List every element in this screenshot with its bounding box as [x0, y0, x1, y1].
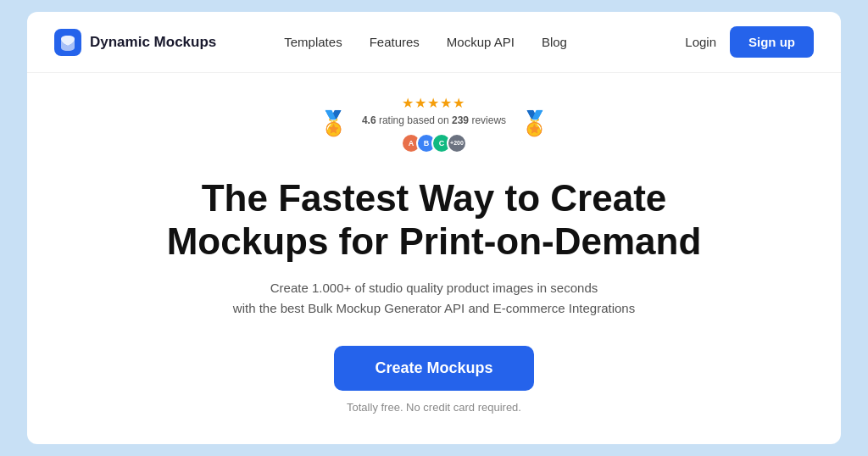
nav-templates[interactable]: Templates	[284, 35, 342, 49]
avatar-group: A B C +200	[401, 133, 467, 153]
nav-right: Login Sign up	[685, 26, 814, 58]
login-button[interactable]: Login	[685, 35, 716, 49]
logo-icon	[54, 29, 81, 56]
nav-features[interactable]: Features	[370, 35, 420, 49]
nav-blog[interactable]: Blog	[542, 35, 567, 49]
rating-label: rating based on	[376, 114, 452, 126]
rating-score: 4.6	[362, 114, 376, 126]
nav-links: Templates Features Mockup API Blog	[284, 35, 685, 49]
review-count: 239	[452, 114, 469, 126]
star-rating: ★★★★★	[402, 95, 465, 111]
hero-subtitle: Create 1.000+ of studio quality product …	[233, 278, 635, 319]
logo-text: Dynamic Mockups	[90, 34, 216, 51]
rating-text: 4.6 rating based on 239 reviews	[362, 114, 506, 126]
create-mockups-button[interactable]: Create Mockups	[334, 346, 533, 391]
signup-button[interactable]: Sign up	[730, 26, 814, 58]
reviews-suffix: reviews	[469, 114, 506, 126]
main-content: 🏅 ★★★★★ 4.6 rating based on 239 reviews …	[27, 73, 841, 444]
hero-subtitle-line1: Create 1.000+ of studio quality product …	[270, 281, 598, 295]
rating-badge: 🏅 ★★★★★ 4.6 rating based on 239 reviews …	[319, 95, 549, 153]
page-wrapper: Dynamic Mockups Templates Features Mocku…	[27, 12, 841, 444]
hero-subtitle-line2: with the best Bulk Mockup Generator API …	[233, 301, 635, 315]
nav-mockup-api[interactable]: Mockup API	[447, 35, 515, 49]
hero-title: The Fastest Way to Create Mockups for Pr…	[137, 177, 731, 263]
cta-note: Totally free. No credit card required.	[347, 401, 521, 414]
logo-link[interactable]: Dynamic Mockups	[54, 29, 216, 56]
avatar-more: +200	[447, 133, 467, 153]
navbar: Dynamic Mockups Templates Features Mocku…	[27, 12, 841, 73]
laurel-left-icon: 🏅	[319, 112, 348, 136]
rating-center: ★★★★★ 4.6 rating based on 239 reviews A …	[362, 95, 506, 153]
laurel-right-icon: 🏅	[520, 112, 549, 136]
